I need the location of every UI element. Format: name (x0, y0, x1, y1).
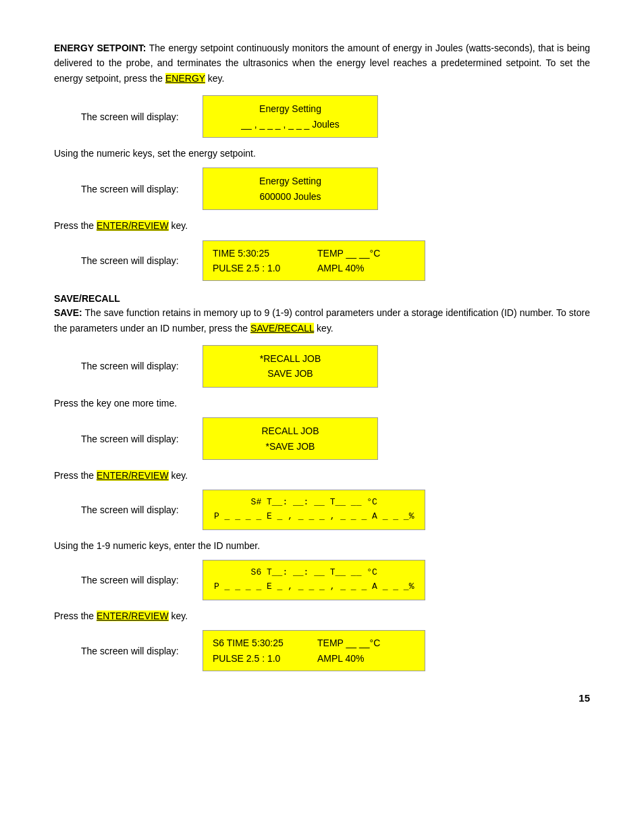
screen-label-3: The screen will display: (54, 255, 203, 266)
energy-instruction-2: Press the ENTER/REVIEW key. (54, 218, 590, 233)
save-screen3-line2: P _ _ _ _ E _ , _ _ _ , _ _ _ A _ _ _% (214, 510, 414, 524)
save-instruction-2: Press the ENTER/REVIEW key. (54, 468, 590, 483)
save-intro: SAVE: The save function retains in memor… (54, 305, 590, 336)
screen5-col1-row1: S6 TIME 5:30:25 (213, 635, 311, 650)
screen-label-1: The screen will display: (54, 111, 203, 122)
energy-key-label: ENERGY (165, 73, 205, 84)
save-screen-label-1: The screen will display: (54, 361, 203, 371)
screen3-col2-row1: TEMP __ __°C (317, 246, 415, 261)
save-screen-display-1: *RECALL JOB SAVE JOB (203, 345, 378, 388)
save-instruction-4: Press the ENTER/REVIEW key. (54, 608, 590, 623)
save-screen2-line1: RECALL JOB (214, 423, 367, 438)
save-recall-key-label: SAVE/RECALL (250, 323, 314, 334)
save-instruction-1: Press the key one more time. (54, 396, 590, 411)
energy-instruction-1: Using the numeric keys, set the energy s… (54, 146, 590, 161)
energy-screen2-line2: 600000 Joules (214, 189, 367, 204)
screen5-col2-row1: TEMP __ __°C (317, 635, 415, 650)
energy-screen2-line1: Energy Setting (214, 174, 367, 188)
save-recall-header: SAVE/RECALL (54, 293, 590, 304)
energy-screen-display-2: Energy Setting 600000 Joules (203, 167, 378, 210)
energy-screen-row-3: The screen will display: TIME 5:30:25 TE… (54, 240, 590, 282)
enter-review-key-2: ENTER/REVIEW (97, 470, 169, 481)
save-screen-display-3: S# T__: __: __ T__ __ °C P _ _ _ _ E _ ,… (203, 490, 425, 530)
energy-setpoint-section: ENERGY SETPOINT: The energy setpoint con… (54, 41, 590, 281)
save-screen2-line2: *SAVE JOB (214, 439, 367, 454)
energy-screen1-line1: Energy Setting (214, 101, 367, 116)
screen5-col2-row2: AMPL 40% (317, 651, 415, 666)
screen3-col1-row1: TIME 5:30:25 (213, 246, 311, 261)
energy-setpoint-intro-end: key. (205, 73, 225, 84)
save-instruction-3: Using the 1-9 numeric keys, enter the ID… (54, 538, 590, 553)
enter-review-key-1: ENTER/REVIEW (97, 220, 169, 231)
save-screen-label-2: The screen will display: (54, 434, 203, 444)
energy-screen-display-1: Energy Setting __ , _ _ _ , _ _ _ Joules (203, 95, 378, 138)
energy-screen-row-2: The screen will display: Energy Setting … (54, 167, 590, 210)
energy-setpoint-bold-label: ENERGY SETPOINT: (54, 43, 146, 53)
page: ENERGY SETPOINT: The energy setpoint con… (0, 0, 644, 724)
save-screen-label-3: The screen will display: (54, 504, 203, 515)
save-screen-row-2: The screen will display: RECALL JOB *SAV… (54, 417, 590, 460)
save-screen-row-4: The screen will display: S6 T__: __: __ … (54, 560, 590, 600)
energy-setpoint-intro: ENERGY SETPOINT: The energy setpoint con… (54, 41, 590, 86)
save-screen-display-4: S6 T__: __: __ T__ __ °C P _ _ _ _ E _ ,… (203, 560, 425, 600)
save-screen-label-5: The screen will display: (54, 646, 203, 656)
screen3-col1-row2: PULSE 2.5 : 1.0 (213, 261, 311, 276)
energy-screen-display-3: TIME 5:30:25 TEMP __ __°C PULSE 2.5 : 1.… (203, 240, 425, 282)
energy-screen1-line2: __ , _ _ _ , _ _ _ Joules (214, 117, 367, 132)
save-bold-label: SAVE: (54, 307, 82, 318)
save-screen1-line1: *RECALL JOB (214, 351, 367, 366)
save-screen-row-3: The screen will display: S# T__: __: __ … (54, 490, 590, 530)
screen5-col1-row2: PULSE 2.5 : 1.0 (213, 651, 311, 666)
save-screen4-line1: S6 T__: __: __ T__ __ °C (214, 566, 414, 580)
save-screen4-line2: P _ _ _ _ E _ , _ _ _ , _ _ _ A _ _ _% (214, 580, 414, 594)
save-screen-display-2: RECALL JOB *SAVE JOB (203, 417, 378, 460)
save-screen-label-4: The screen will display: (54, 575, 203, 585)
save-screen-display-5: S6 TIME 5:30:25 TEMP __ __°C PULSE 2.5 :… (203, 630, 425, 671)
enter-review-key-3: ENTER/REVIEW (97, 610, 169, 621)
page-number: 15 (579, 692, 590, 704)
save-screen-row-1: The screen will display: *RECALL JOB SAV… (54, 345, 590, 388)
screen-label-2: The screen will display: (54, 184, 203, 194)
save-recall-section: SAVE/RECALL SAVE: The save function reta… (54, 293, 590, 671)
save-screen-row-5: The screen will display: S6 TIME 5:30:25… (54, 630, 590, 671)
save-screen3-line1: S# T__: __: __ T__ __ °C (214, 496, 414, 510)
energy-screen-row-1: The screen will display: Energy Setting … (54, 95, 590, 138)
save-screen1-line2: SAVE JOB (214, 366, 367, 381)
screen3-col2-row2: AMPL 40% (317, 261, 415, 276)
